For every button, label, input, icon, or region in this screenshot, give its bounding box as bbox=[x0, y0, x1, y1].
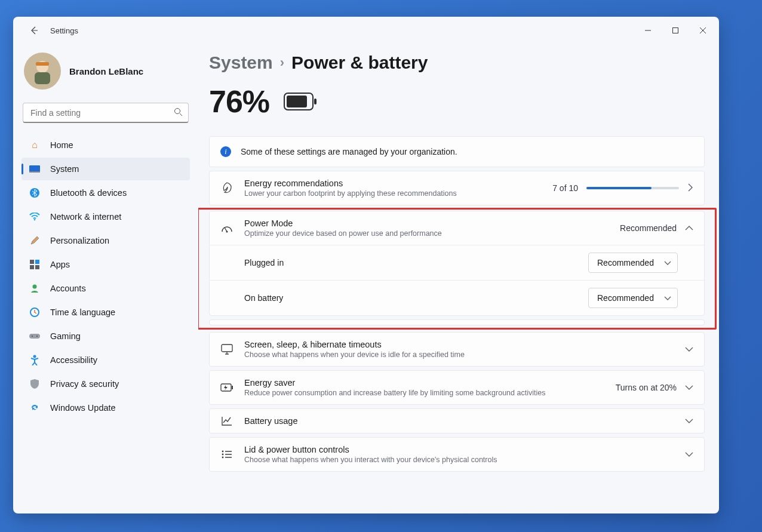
shield-icon bbox=[29, 378, 41, 390]
timeouts-sub: Choose what happens when your device is … bbox=[244, 350, 674, 359]
nav-label: System bbox=[50, 164, 79, 174]
chevron-right-icon bbox=[687, 183, 693, 193]
home-icon: ⌂ bbox=[29, 139, 41, 151]
svg-rect-8 bbox=[30, 265, 34, 269]
page-title: Power & battery bbox=[291, 53, 428, 73]
window-controls bbox=[634, 17, 717, 44]
battery-usage-row[interactable]: Battery usage bbox=[209, 408, 705, 433]
timeouts-title: Screen, sleep, & hibernate timeouts bbox=[244, 340, 674, 349]
saver-sub: Reduce power consumption and increase ba… bbox=[244, 389, 605, 397]
energy-progress bbox=[586, 187, 679, 189]
arrow-left-icon bbox=[29, 26, 39, 35]
minimize-icon bbox=[644, 27, 652, 34]
nav-label: Accounts bbox=[50, 284, 86, 293]
chevron-right-icon: › bbox=[280, 55, 284, 70]
plugged-value: Recommended bbox=[597, 258, 654, 267]
search-icon[interactable] bbox=[174, 107, 183, 118]
power-mode-title: Power Mode bbox=[244, 219, 609, 228]
highlight-annotation: Power Mode Optimize your device based on… bbox=[198, 208, 717, 330]
breadcrumb-parent[interactable]: System bbox=[209, 53, 273, 73]
energy-saver-row[interactable]: Energy saver Reduce power consumption an… bbox=[209, 370, 705, 405]
minimize-button[interactable] bbox=[634, 17, 662, 44]
plugged-dropdown[interactable]: Recommended bbox=[588, 253, 678, 273]
battery-level-row: 76% bbox=[209, 84, 705, 119]
search-box bbox=[23, 103, 189, 123]
power-mode-battery-row: On battery Recommended bbox=[210, 280, 704, 315]
nav-item-bluetooth[interactable]: Bluetooth & devices bbox=[21, 182, 190, 204]
breadcrumb: System › Power & battery bbox=[209, 53, 705, 73]
saver-summary: Turns on at 20% bbox=[616, 383, 677, 392]
lid-sub: Choose what happens when you interact wi… bbox=[244, 456, 674, 464]
gauge-icon bbox=[220, 223, 233, 233]
nav-label: Privacy & security bbox=[50, 379, 119, 389]
plugged-label: Plugged in bbox=[244, 258, 284, 267]
svg-rect-7 bbox=[35, 260, 39, 264]
nav-label: Windows Update bbox=[50, 403, 116, 413]
nav-label: Bluetooth & devices bbox=[50, 188, 127, 198]
chevron-down-icon bbox=[664, 258, 671, 267]
avatar bbox=[24, 53, 61, 90]
profile-block[interactable]: Brandon LeBlanc bbox=[21, 44, 190, 103]
clock-icon bbox=[29, 306, 41, 318]
update-icon bbox=[29, 402, 41, 414]
nav-item-privacy[interactable]: Privacy & security bbox=[21, 373, 190, 395]
nav-item-update[interactable]: Windows Update bbox=[21, 396, 190, 419]
energy-progress-fill bbox=[586, 187, 652, 189]
monitor-icon bbox=[220, 344, 233, 355]
nav-item-network[interactable]: Network & internet bbox=[21, 205, 190, 228]
chevron-up-icon bbox=[685, 223, 693, 233]
chevron-down-icon bbox=[664, 293, 671, 303]
battery-icon bbox=[284, 93, 317, 110]
bluetooth-icon bbox=[29, 187, 41, 199]
window-title: Settings bbox=[50, 26, 78, 35]
svg-point-1 bbox=[175, 109, 180, 114]
lid-controls-row[interactable]: Lid & power button controls Choose what … bbox=[209, 437, 705, 472]
maximize-icon bbox=[672, 27, 679, 34]
energy-progress-label: 7 of 10 bbox=[552, 183, 578, 193]
power-mode-sub: Optimize your device based on power use … bbox=[244, 229, 609, 238]
svg-point-15 bbox=[33, 355, 36, 358]
accessibility-icon bbox=[29, 354, 41, 366]
nav-item-accessibility[interactable]: Accessibility bbox=[21, 349, 190, 371]
settings-window: Settings Brandon LeBlanc ⌂ Home bbox=[13, 17, 719, 513]
nav-item-home[interactable]: ⌂ Home bbox=[21, 134, 190, 156]
nav-item-system[interactable]: System bbox=[21, 158, 190, 180]
close-button[interactable] bbox=[689, 17, 717, 44]
apps-icon bbox=[29, 259, 41, 270]
chevron-down-icon bbox=[685, 383, 693, 392]
person-icon bbox=[29, 282, 41, 294]
on-battery-label: On battery bbox=[244, 293, 283, 303]
svg-point-14 bbox=[36, 336, 38, 337]
nav-item-accounts[interactable]: Accounts bbox=[21, 277, 190, 300]
svg-rect-20 bbox=[222, 345, 232, 352]
power-mode-header[interactable]: Power Mode Optimize your device based on… bbox=[210, 211, 704, 245]
energy-recommendations-row[interactable]: Energy recommendations Lower your carbon… bbox=[209, 171, 705, 205]
usage-title: Battery usage bbox=[244, 416, 674, 426]
on-battery-value: Recommended bbox=[597, 293, 654, 303]
nav-item-gaming[interactable]: Gaming bbox=[21, 325, 190, 348]
maximize-button[interactable] bbox=[662, 17, 689, 44]
nav-label: Apps bbox=[50, 260, 70, 269]
back-button[interactable] bbox=[24, 20, 44, 41]
main-content: System › Power & battery 76% i Some of t… bbox=[198, 44, 719, 513]
search-input[interactable] bbox=[23, 103, 189, 123]
nav-item-apps[interactable]: Apps bbox=[21, 253, 190, 276]
nav-item-time[interactable]: Time & language bbox=[21, 301, 190, 324]
svg-point-10 bbox=[33, 285, 37, 289]
svg-rect-9 bbox=[35, 265, 39, 269]
titlebar: Settings bbox=[13, 17, 719, 44]
banner-text: Some of these settings are managed by yo… bbox=[241, 147, 457, 156]
partial-card-edge bbox=[209, 319, 705, 325]
gamepad-icon bbox=[29, 330, 41, 342]
timeouts-row[interactable]: Screen, sleep, & hibernate timeouts Choo… bbox=[209, 332, 705, 367]
on-battery-dropdown[interactable]: Recommended bbox=[588, 288, 678, 308]
brush-icon bbox=[29, 235, 41, 247]
svg-rect-17 bbox=[287, 96, 307, 107]
power-mode-summary: Recommended bbox=[620, 223, 677, 233]
nav-item-personalization[interactable]: Personalization bbox=[21, 229, 190, 252]
svg-point-24 bbox=[222, 454, 224, 456]
chart-icon bbox=[220, 416, 233, 426]
chevron-down-icon bbox=[685, 450, 693, 459]
svg-rect-18 bbox=[314, 99, 317, 104]
svg-point-23 bbox=[222, 451, 224, 453]
